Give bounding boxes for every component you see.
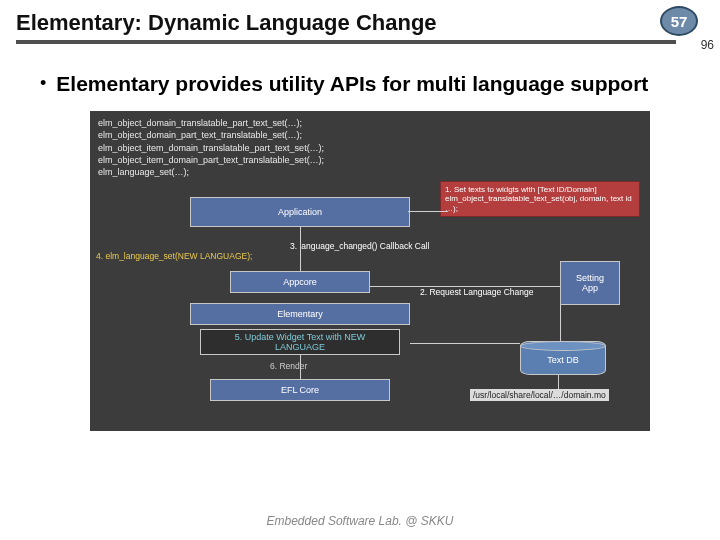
- title-underline: [16, 40, 676, 44]
- api-line: elm_object_domain_translatable_part_text…: [98, 117, 324, 129]
- note-step1: 1. Set texts to widgts with [Text ID/Dom…: [440, 181, 640, 217]
- box-application: Application: [190, 197, 410, 227]
- api-line: elm_language_set(…);: [98, 166, 324, 178]
- note-step4: 4. elm_language_set(NEW LANGUAGE);: [96, 251, 252, 261]
- api-line: elm_object_item_domain_part_text_transla…: [98, 154, 324, 166]
- bullet-dot: •: [40, 70, 46, 96]
- path-label: /usr/local/share/local/…/domain.mo: [470, 389, 609, 401]
- content-area: • Elementary provides utility APIs for m…: [0, 44, 720, 431]
- api-list: elm_object_domain_translatable_part_text…: [98, 117, 324, 178]
- note-step1-a: 1. Set texts to widgts with [Text ID/Dom…: [445, 185, 635, 194]
- slide-number-badge: 57: [660, 6, 698, 36]
- note-step1-b: elm_object_translatable_text_set(obj, do…: [445, 194, 635, 212]
- note-step3: 3. language_changed() Callback Call: [290, 241, 429, 251]
- text-db-label: Text DB: [547, 355, 579, 365]
- bullet-text: Elementary provides utility APIs for mul…: [56, 70, 648, 97]
- diagram-panel: elm_object_domain_translatable_part_text…: [90, 111, 650, 431]
- box-setting-app: Setting App: [560, 261, 620, 305]
- label-render: 6. Render: [270, 361, 307, 371]
- box-elementary: Elementary: [190, 303, 410, 325]
- sub-page-number: 96: [701, 38, 714, 52]
- api-line: elm_object_domain_part_text_translatable…: [98, 129, 324, 141]
- page-title: Elementary: Dynamic Language Change: [16, 10, 704, 36]
- cylinder-text-db: Text DB: [520, 341, 606, 375]
- api-line: elm_object_item_domain_translatable_part…: [98, 142, 324, 154]
- box-appcore: Appcore: [230, 271, 370, 293]
- note-step2: 2. Request Language Change: [420, 287, 533, 297]
- box-efl-core: EFL Core: [210, 379, 390, 401]
- footer-text: Embedded Software Lab. @ SKKU: [0, 514, 720, 528]
- box-update-text: 5. Update Widget Text with NEW LANGUAGE: [200, 329, 400, 355]
